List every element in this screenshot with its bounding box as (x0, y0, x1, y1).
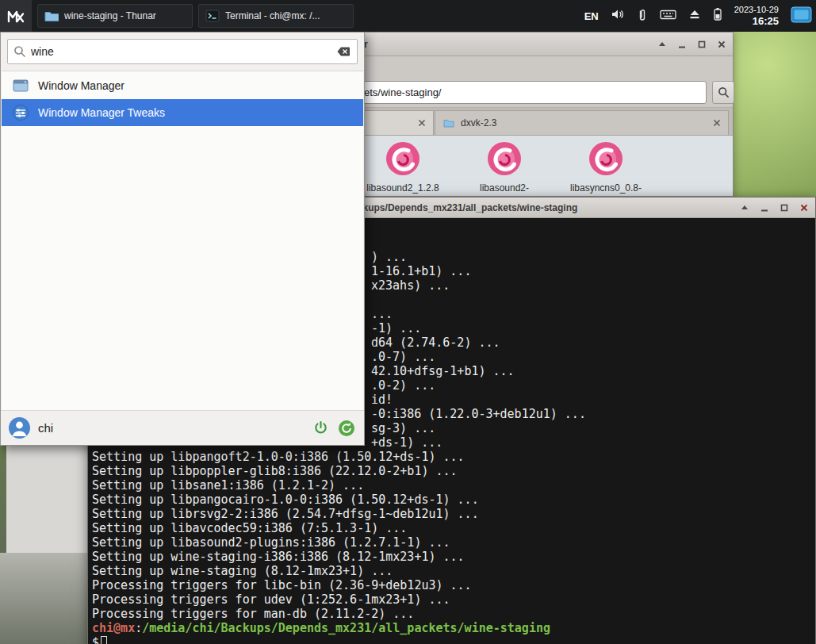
keyboard-layout-indicator[interactable]: EN (584, 10, 599, 22)
clipboard-manager-icon[interactable] (637, 8, 648, 25)
eject-icon[interactable] (688, 9, 701, 23)
restart-button[interactable] (337, 419, 356, 438)
window-manager-tweaks-icon (12, 104, 29, 121)
prompt-input-line: $ (92, 635, 815, 644)
deb-package-icon (486, 140, 523, 177)
tab-close-icon[interactable] (711, 117, 722, 129)
date-label: 2023-10-29 (734, 5, 779, 15)
menu-item-window-manager[interactable]: Window Manager (2, 72, 363, 99)
tab-close-icon[interactable] (416, 117, 427, 129)
folder-icon (443, 118, 454, 128)
volume-icon[interactable] (611, 8, 625, 24)
keyboard-icon[interactable] (660, 9, 676, 24)
whisker-menu-button[interactable] (0, 0, 32, 32)
background-shadow-fragment (0, 553, 89, 644)
system-tray: EN 2023-10-29 16:25 (584, 5, 816, 28)
power-icon (312, 420, 329, 436)
close-icon[interactable] (798, 201, 810, 214)
maximize-icon[interactable] (695, 38, 708, 51)
file-item[interactable]: libasound2_1.2.8 (354, 140, 452, 194)
whisker-menu: Window Manager Window Manager Tweaks chi (0, 32, 365, 446)
menu-search-box (7, 39, 358, 64)
terminal-cursor (101, 636, 107, 644)
taskbar-button-thunar[interactable]: wine-staging - Thunar (37, 4, 193, 28)
window-manager-icon (12, 78, 29, 94)
close-icon[interactable] (715, 38, 728, 51)
logout-button[interactable] (311, 419, 330, 438)
search-button[interactable] (712, 81, 734, 104)
clock-widget[interactable]: 2023-10-29 16:25 (734, 5, 779, 28)
folder-icon (44, 10, 59, 22)
restart-icon (338, 420, 355, 437)
prompt-line: chi@mx:/media/chi/Backups/Depends_mx231/… (92, 621, 815, 635)
menu-item-window-manager-tweaks[interactable]: Window Manager Tweaks (2, 99, 363, 126)
menu-results-list: Window Manager Window Manager Tweaks (2, 71, 363, 410)
shade-icon[interactable] (738, 201, 751, 214)
username-label: chi (38, 421, 53, 435)
minimize-icon[interactable] (758, 201, 771, 214)
tab-dxvk[interactable]: dxvk-2.3 (435, 110, 729, 135)
top-panel: wine-staging - Thunar Terminal - chi@mx:… (0, 0, 816, 32)
deb-package-icon (385, 140, 421, 177)
minimize-icon[interactable] (676, 38, 688, 51)
file-item[interactable]: libasyncns0_0.8- (557, 140, 655, 194)
clear-search-icon[interactable] (335, 45, 351, 58)
search-icon (718, 86, 730, 98)
background-window-fragment (6, 446, 89, 553)
terminal-icon (205, 10, 220, 22)
maximize-icon[interactable] (778, 201, 791, 214)
battery-icon[interactable] (713, 7, 722, 25)
mx-logo-icon (6, 6, 25, 25)
shade-icon[interactable] (656, 38, 669, 51)
desktop-screen: wine-staging - Thunar wine-staging dxvk- (0, 0, 816, 644)
menu-search-input[interactable] (31, 45, 331, 58)
updater-icon[interactable] (791, 6, 812, 27)
user-avatar (9, 417, 30, 439)
taskbar-button-terminal[interactable]: Terminal - chi@mx: /... (198, 4, 354, 28)
deb-package-icon (588, 140, 624, 177)
file-item[interactable]: libasound2- (455, 140, 554, 194)
time-label: 16:25 (734, 15, 779, 28)
search-icon (13, 45, 26, 58)
menu-user-bar: chi (1, 410, 364, 445)
